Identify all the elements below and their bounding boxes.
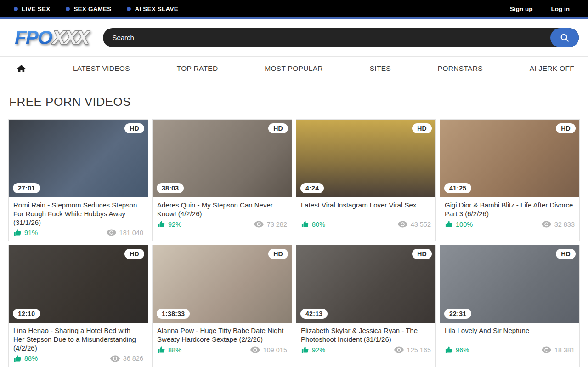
hd-badge: HD (412, 123, 432, 133)
hd-badge: HD (124, 123, 144, 133)
video-meta: 91% 181 040 (13, 229, 143, 236)
video-title[interactable]: Romi Rain - Stepmom Seduces Stepson For … (13, 201, 143, 227)
site-header: FPO XXX (0, 19, 588, 56)
view-count-value: 36 826 (123, 355, 143, 362)
video-card[interactable]: HD 22:31 Lila Lovely And Sir Neptune 96%… (440, 245, 580, 367)
duration-badge: 27:01 (13, 183, 40, 193)
like-percentage: 88% (24, 355, 38, 362)
like-rating: 92% (301, 346, 325, 354)
video-title[interactable]: Aderes Quin - My Stepson Can Never Know!… (157, 201, 287, 218)
nav-item-ai-jerk-off[interactable]: AI JERK OFF (530, 64, 574, 73)
video-grid: HD 27:01 Romi Rain - Stepmom Seduces Ste… (8, 119, 580, 368)
search-input[interactable] (103, 28, 579, 47)
video-thumbnail[interactable]: HD 22:31 (440, 245, 579, 323)
view-count: 43 552 (398, 221, 431, 228)
site-logo[interactable]: FPO XXX (15, 27, 88, 49)
view-count: 109 015 (250, 346, 287, 354)
like-rating: 88% (157, 346, 181, 354)
duration-badge: 12:10 (13, 309, 40, 319)
video-meta: 92% 125 165 (301, 346, 431, 354)
home-icon (17, 64, 26, 73)
bullet-icon (127, 7, 131, 11)
topbar-link-label: AI SEX SLAVE (135, 6, 178, 12)
thumbs-up-icon (301, 346, 309, 354)
like-percentage: 92% (312, 346, 325, 354)
topbar-link-sex-games[interactable]: SEX GAMES (66, 6, 111, 12)
duration-badge: 42:13 (300, 309, 328, 319)
video-title[interactable]: Gigi Dior & Bambi Blitz - Life After Div… (445, 201, 575, 218)
nav-item-latest-videos[interactable]: LATEST VIDEOS (73, 64, 130, 73)
video-info: Alanna Pow - Huge Titty Babe Date Night … (153, 323, 292, 358)
eye-icon (542, 346, 551, 353)
view-count-value: 73 282 (267, 221, 287, 228)
bullet-icon (14, 7, 18, 11)
eye-icon (254, 221, 264, 228)
like-rating: 96% (445, 346, 469, 354)
video-thumbnail[interactable]: HD 4:24 (296, 120, 435, 197)
eye-icon (542, 221, 551, 228)
nav-item-home[interactable] (17, 64, 26, 73)
eye-icon (398, 221, 407, 228)
topbar-link-label: SEX GAMES (74, 6, 111, 12)
video-thumbnail[interactable]: HD 42:13 (296, 245, 435, 323)
search-button[interactable] (550, 28, 579, 47)
hd-badge: HD (268, 249, 288, 259)
video-title[interactable]: Elizabeth Skylar & Jessica Ryan - The Ph… (301, 327, 431, 344)
video-info: Lila Lovely And Sir Neptune 96% 18 381 (440, 323, 579, 358)
thumbs-up-icon (301, 220, 309, 228)
video-card[interactable]: HD 38:03 Aderes Quin - My Stepson Can Ne… (152, 119, 292, 241)
view-count: 32 833 (542, 221, 575, 228)
view-count-value: 109 015 (263, 346, 287, 354)
video-thumbnail[interactable]: HD 27:01 (9, 120, 148, 197)
video-thumbnail[interactable]: HD 38:03 (153, 120, 292, 197)
nav-item-top-rated[interactable]: TOP RATED (177, 64, 218, 73)
thumbs-up-icon (157, 346, 165, 354)
topbar-auth: Sign up Log in (510, 6, 570, 12)
hd-badge: HD (556, 123, 576, 133)
video-info: Lina Henao - Sharing a Hotel Bed with He… (9, 323, 148, 366)
video-thumbnail[interactable]: HD 12:10 (9, 245, 148, 323)
view-count-value: 18 381 (554, 346, 575, 354)
search-icon (560, 33, 570, 43)
sign-up-link[interactable]: Sign up (510, 6, 533, 12)
video-title[interactable]: Lina Henao - Sharing a Hotel Bed with He… (13, 327, 143, 352)
video-title[interactable]: Alanna Pow - Huge Titty Babe Date Night … (157, 327, 287, 344)
hd-badge: HD (412, 249, 432, 259)
like-percentage: 100% (456, 221, 473, 228)
nav-item-sites[interactable]: SITES (370, 64, 391, 73)
duration-badge: 1:38:33 (157, 309, 190, 319)
like-percentage: 96% (456, 346, 469, 354)
view-count: 125 165 (394, 346, 431, 354)
nav-item-most-popular[interactable]: MOST POPULAR (265, 64, 322, 73)
log-in-link[interactable]: Log in (551, 6, 570, 12)
video-meta: 96% 18 381 (445, 346, 575, 354)
topbar-link-live-sex[interactable]: LIVE SEX (14, 6, 50, 12)
video-card[interactable]: HD 1:38:33 Alanna Pow - Huge Titty Babe … (152, 245, 292, 367)
like-rating: 92% (157, 220, 181, 228)
video-card[interactable]: HD 41:25 Gigi Dior & Bambi Blitz - Life … (440, 119, 580, 241)
duration-badge: 22:31 (444, 309, 471, 319)
nav-item-pornstars[interactable]: PORNSTARS (438, 64, 483, 73)
view-count: 73 282 (254, 221, 287, 228)
video-title[interactable]: Latest Viral Instagram Lover Viral Sex (301, 201, 431, 218)
video-card[interactable]: HD 27:01 Romi Rain - Stepmom Seduces Ste… (8, 119, 148, 241)
video-card[interactable]: HD 12:10 Lina Henao - Sharing a Hotel Be… (8, 245, 148, 367)
like-percentage: 91% (24, 229, 38, 236)
bullet-icon (66, 7, 70, 11)
main-content: FREE PORN VIDEOS HD 27:01 Romi Rain - St… (0, 81, 588, 368)
video-info: Elizabeth Skylar & Jessica Ryan - The Ph… (296, 323, 435, 358)
video-card[interactable]: HD 42:13 Elizabeth Skylar & Jessica Ryan… (296, 245, 436, 367)
topbar-links: LIVE SEX SEX GAMES AI SEX SLAVE (14, 6, 178, 12)
like-percentage: 88% (168, 346, 181, 354)
video-title[interactable]: Lila Lovely And Sir Neptune (445, 327, 575, 344)
video-thumbnail[interactable]: HD 41:25 (440, 120, 579, 197)
video-card[interactable]: HD 4:24 Latest Viral Instagram Lover Vir… (296, 119, 436, 241)
thumbs-up-icon (445, 346, 453, 354)
topbar-link-ai-sex-slave[interactable]: AI SEX SLAVE (127, 6, 178, 12)
video-info: Latest Viral Instagram Lover Viral Sex 8… (296, 197, 435, 232)
video-thumbnail[interactable]: HD 1:38:33 (153, 245, 292, 323)
view-count-value: 32 833 (554, 221, 575, 228)
thumbs-up-icon (13, 355, 22, 362)
hd-badge: HD (556, 249, 576, 259)
like-rating: 80% (301, 220, 325, 228)
